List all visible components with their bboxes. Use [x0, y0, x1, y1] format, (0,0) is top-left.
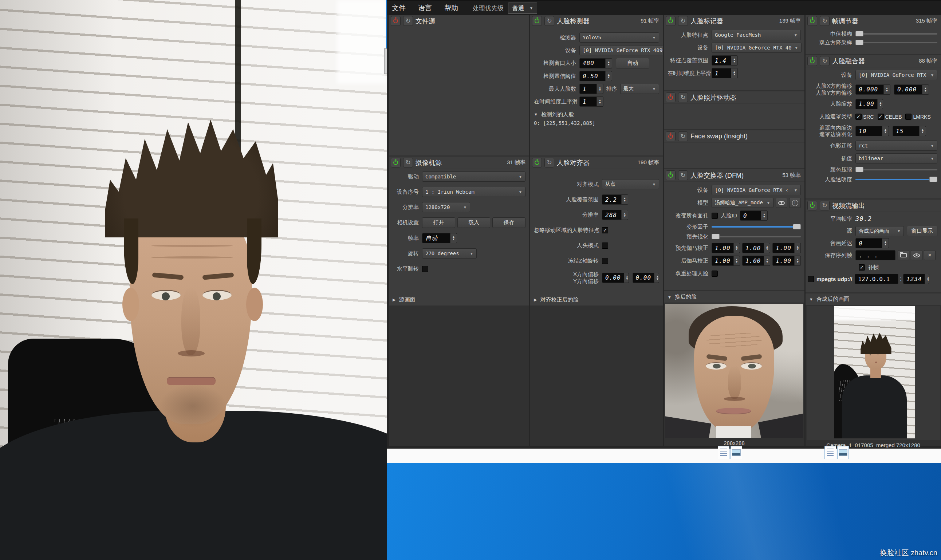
resolution-field[interactable]: 288 ▲▼ — [602, 210, 628, 220]
spinner[interactable]: ▲▼ — [731, 56, 737, 65]
spinner[interactable]: ▲▼ — [761, 211, 767, 220]
power-button[interactable] — [391, 16, 401, 26]
mask-src-checkbox[interactable]: ✓ — [855, 114, 862, 120]
face-id-field[interactable]: 0 ▲▼ — [740, 211, 768, 221]
device-select[interactable]: [0] NVIDIA GeForce RTX 40 ▼ — [712, 43, 801, 53]
spinner[interactable]: ▲▼ — [621, 210, 628, 220]
two-pass-checkbox[interactable] — [712, 271, 718, 277]
power-button[interactable] — [532, 16, 542, 26]
reload-button[interactable]: ↻ — [678, 16, 688, 26]
model-info-button[interactable]: i — [789, 198, 801, 208]
swap-all-checkbox[interactable] — [712, 212, 718, 219]
detector-select[interactable]: YoloV5 ▼ — [580, 32, 659, 43]
reload-button[interactable]: ↻ — [678, 92, 688, 102]
spinner[interactable]: ▲▼ — [450, 233, 457, 243]
reload-button[interactable]: ↻ — [403, 16, 413, 26]
window-size-field[interactable]: 480 ▲▼ — [580, 58, 612, 68]
power-button[interactable] — [532, 158, 542, 168]
udp-port-field[interactable]: 1234 ▲▼ — [903, 274, 929, 284]
menu-file[interactable]: 文件 — [392, 3, 406, 13]
spinner[interactable]: ▲▼ — [605, 58, 612, 68]
fps-field[interactable]: 自动 ▲▼ — [422, 233, 457, 243]
x-offset-field[interactable]: 0.00 ▲▼ — [602, 273, 629, 283]
device-select[interactable]: [0] NVIDIA GeForce RTX ‹ ▼ — [712, 185, 801, 195]
spinner[interactable]: ▲▼ — [654, 273, 659, 283]
color-transfer-select[interactable]: rct ▼ — [855, 140, 937, 151]
power-button[interactable] — [666, 16, 675, 26]
clear-button[interactable]: × — [924, 250, 936, 260]
power-button[interactable] — [666, 171, 675, 180]
mask-erode-field[interactable]: 10 ▲▼ — [855, 126, 889, 136]
spinner[interactable]: ▲▼ — [597, 97, 603, 106]
power-button[interactable] — [391, 158, 401, 168]
image-window-button[interactable] — [837, 446, 849, 459]
flip-checkbox[interactable] — [422, 266, 428, 272]
exclude-moving-checkbox[interactable]: ✓ — [602, 227, 608, 233]
spinner[interactable]: ▲▼ — [597, 84, 603, 94]
reload-button[interactable]: ↻ — [544, 16, 554, 26]
menu-help[interactable]: 帮助 — [444, 3, 458, 13]
source-select[interactable]: 合成后的画面 ▼ — [855, 226, 904, 236]
spinner[interactable]: ▲▼ — [764, 243, 770, 253]
mask-celeb-checkbox[interactable]: ✓ — [878, 114, 884, 120]
post-gamma-g-field[interactable]: 1.00 ▲▼ — [742, 255, 770, 266]
reload-button[interactable]: ↻ — [820, 16, 830, 26]
udp-ip-field[interactable]: 127.0.0.1 — [855, 274, 898, 284]
max-faces-field[interactable]: 1 ▲▼ — [580, 84, 603, 94]
spinner[interactable]: ▲▼ — [731, 68, 737, 78]
mask-blur-field[interactable]: 15 ▲▼ — [893, 126, 926, 136]
temporal-smooth-field[interactable]: 1 ▲▼ — [712, 68, 738, 78]
auto-button[interactable]: 自动 — [616, 58, 649, 68]
reload-button[interactable]: ↻ — [403, 158, 413, 168]
spinner[interactable]: ▲▼ — [882, 126, 889, 136]
resolution-select[interactable]: 1280x720 ▼ — [422, 202, 470, 212]
y-offset-field[interactable]: 0.00 ▲▼ — [633, 273, 660, 283]
section-swapped-face[interactable]: ▼ 换后的脸 — [664, 291, 804, 303]
device-select[interactable]: 1 : Iriun Webcam ▼ — [422, 187, 526, 197]
open-button[interactable]: 打开 — [422, 217, 455, 228]
power-button[interactable] — [666, 131, 675, 141]
section-merged-frame[interactable]: ▼ 合成后的画面 — [806, 294, 941, 305]
spinner[interactable]: ▲▼ — [925, 274, 929, 284]
show-window-button[interactable]: 窗口显示 — [907, 226, 937, 236]
device-select[interactable]: [0] NVIDIA GeForce RTX ▼ — [855, 70, 937, 80]
post-gamma-r-field[interactable]: 1.00 ▲▼ — [712, 255, 740, 266]
reload-button[interactable]: ↻ — [678, 131, 688, 141]
spinner[interactable]: ▲▼ — [605, 71, 612, 81]
align-mode-select[interactable]: 从点 ▼ — [602, 179, 659, 189]
list-window-button[interactable] — [718, 446, 729, 459]
folder-button[interactable] — [898, 250, 909, 260]
threshold-field[interactable]: 0.50 ▲▼ — [580, 71, 612, 81]
list-window-button[interactable] — [824, 446, 836, 459]
save-path-field[interactable]: . . . — [855, 250, 895, 260]
face-x-offset-field[interactable]: 0.000 ▲▼ — [855, 85, 890, 95]
freeze-z-checkbox[interactable] — [602, 258, 608, 264]
bicubic-downsample-slider[interactable] — [855, 40, 937, 46]
sort-select[interactable]: 最大 ▼ — [620, 84, 659, 94]
device-select[interactable]: [0] NVIDIA GeForce RTX 4090 | ▼ — [580, 45, 663, 55]
save-button[interactable]: 保存 — [492, 217, 526, 228]
marker-coverage-field[interactable]: 1.4 ▲▼ — [712, 55, 738, 66]
presharpen-slider[interactable] — [712, 234, 801, 240]
reload-button[interactable]: ↻ — [544, 158, 554, 168]
section-detected-faces[interactable]: ▼ 检测到的人脸 — [534, 111, 574, 118]
frame-fill-checkbox[interactable]: ✓ — [859, 265, 865, 271]
color-compression-slider[interactable] — [855, 167, 937, 172]
power-button[interactable] — [807, 56, 817, 66]
rotation-select[interactable]: 270 degrees ▼ — [422, 248, 477, 258]
head-mode-checkbox[interactable] — [602, 243, 608, 249]
section-source-frame[interactable]: ▶ 源画面 — [389, 294, 529, 306]
spinner[interactable]: ▲▼ — [733, 243, 740, 253]
reload-button[interactable]: ↻ — [678, 171, 688, 180]
pre-gamma-b-field[interactable]: 1.00 ▲▼ — [772, 243, 801, 253]
spinner[interactable]: ▲▼ — [882, 238, 889, 248]
image-window-button[interactable] — [730, 446, 742, 459]
face-y-offset-field[interactable]: 0.000 ▲▼ — [894, 85, 929, 95]
face-opacity-slider[interactable] — [855, 177, 937, 182]
spinner[interactable]: ▲▼ — [794, 243, 801, 253]
priority-select[interactable]: 普通 ▼ — [508, 3, 537, 14]
spinner[interactable]: ▲▼ — [794, 256, 801, 265]
menu-language[interactable]: 语言 — [418, 3, 432, 13]
section-aligned-face[interactable]: ▶ 对齐校正后的脸 — [530, 294, 663, 306]
power-button[interactable] — [807, 201, 817, 211]
